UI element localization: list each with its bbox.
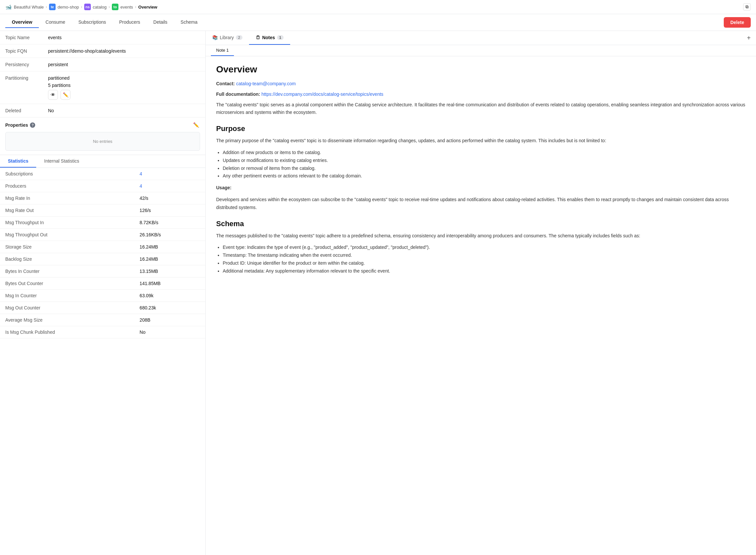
table-row: Msg In Counter63.09k: [0, 290, 205, 302]
overview-heading: Overview: [216, 64, 746, 75]
tab-consume[interactable]: Consume: [39, 17, 72, 28]
breadcrumb-ns[interactable]: ns catalog: [84, 4, 107, 10]
table-row: Msg Throughput Out26.16KB/s: [0, 229, 205, 241]
table-row: Is Msg Chunk PublishedNo: [0, 326, 205, 338]
partitioning-p2: 5 partitions: [48, 83, 200, 88]
purpose-heading: Purpose: [216, 124, 746, 133]
stat-value: 16.24MB: [134, 253, 205, 265]
stat-value: 8.72KB/s: [134, 217, 205, 229]
breadcrumb-te[interactable]: te demo-shop: [49, 4, 79, 10]
contact-line: Contact: catalog-team@company.com: [216, 80, 746, 88]
docs-url[interactable]: https://dev.company.com/docs/catalog-ser…: [262, 91, 384, 97]
stats-tabs: Statistics Internal Statistics: [0, 155, 205, 168]
breadcrumb-to-label: events: [121, 5, 133, 9]
table-row: Average Msg Size208B: [0, 314, 205, 326]
notes-tabs: 📚 Library 2 🗒 Notes 1 +: [205, 31, 756, 45]
usage-text: Developers and services within the ecosy…: [216, 196, 746, 212]
table-row-partitioning: Partitioning partitioned 5 partitions 👁 …: [0, 72, 205, 104]
usage-label: Usage:: [216, 184, 746, 192]
schema-text: The messages published to the "catalog e…: [216, 232, 746, 240]
breadcrumb-whale[interactable]: 🐋 Beautiful Whale: [5, 4, 44, 10]
list-item: Deletion or removal of items from the ca…: [223, 165, 746, 172]
copy-button[interactable]: ⧉: [743, 3, 751, 10]
tab-producers[interactable]: Producers: [112, 17, 147, 28]
breadcrumb-to[interactable]: to events: [112, 4, 133, 10]
notes-label: Notes: [262, 35, 275, 40]
stat-value: 42/s: [134, 192, 205, 204]
stat-label: Bytes In Counter: [0, 265, 134, 278]
table-row: Subscriptions4: [0, 168, 205, 180]
breadcrumb-sep-2: ›: [81, 5, 82, 9]
breadcrumb-current: Overview: [138, 5, 157, 9]
stat-value: 141.85MB: [134, 278, 205, 290]
properties-header: Properties ? ✏️: [5, 122, 200, 129]
tab-schema[interactable]: Schema: [174, 17, 204, 28]
stat-label: Msg Rate Out: [0, 204, 134, 217]
library-label: Library: [220, 35, 234, 40]
table-row: Backlog Size16.24MB: [0, 253, 205, 265]
delete-button[interactable]: Delete: [724, 17, 751, 28]
breadcrumb-sep-3: ›: [108, 5, 110, 9]
view-partitions-button[interactable]: 👁: [48, 90, 58, 100]
topic-name-label: Topic Name: [0, 31, 43, 44]
partitioning-cell: partitioned 5 partitions 👁 ✏️: [43, 72, 205, 104]
te-chip: te: [49, 4, 56, 10]
topic-fqn-label: Topic FQN: [0, 44, 43, 58]
note-1-tab[interactable]: Note 1: [211, 45, 234, 56]
table-row: Msg Rate Out126/s: [0, 204, 205, 217]
table-row: Msg Out Counter680.23k: [0, 302, 205, 314]
stat-value[interactable]: 4: [134, 180, 205, 192]
persistency-value: persistent: [43, 58, 205, 72]
docs-line: Full documentation: https://dev.company.…: [216, 90, 746, 98]
right-panel: 📚 Library 2 🗒 Notes 1 + Note 1 Overview …: [205, 31, 756, 555]
tab-overview[interactable]: Overview: [5, 17, 39, 28]
table-row-deleted: Deleted No: [0, 104, 205, 118]
ns-chip: ns: [84, 4, 91, 10]
stat-label: Msg In Counter: [0, 290, 134, 302]
stats-tab-internal[interactable]: Internal Statistics: [36, 155, 87, 168]
breadcrumb-sep-4: ›: [135, 5, 136, 9]
table-row: Bytes In Counter13.15MB: [0, 265, 205, 278]
edit-properties-button[interactable]: ✏️: [192, 122, 200, 129]
purpose-list: Addition of new products or items to the…: [216, 149, 746, 180]
stat-value: 26.16KB/s: [134, 229, 205, 241]
topic-name-value: events: [43, 31, 205, 44]
no-entries-box: No entries: [5, 132, 200, 151]
schema-heading: Schema: [216, 220, 746, 228]
stat-value: 680.23k: [134, 302, 205, 314]
properties-title: Properties ?: [5, 122, 35, 128]
tab-library[interactable]: 📚 Library 2: [205, 31, 249, 45]
library-icon: 📚: [212, 35, 218, 40]
notes-content: Overview Contact: catalog-team@company.c…: [205, 56, 756, 287]
library-count: 2: [236, 35, 242, 40]
main-tabs-row: Overview Consume Subscriptions Producers…: [0, 14, 756, 31]
stat-value: 126/s: [134, 204, 205, 217]
table-row-name: Topic Name events: [0, 31, 205, 44]
stats-tab-statistics[interactable]: Statistics: [0, 155, 36, 168]
whale-icon: 🐋: [5, 4, 12, 10]
main-layout: Topic Name events Topic FQN persistent:/…: [0, 31, 756, 555]
stat-value: 208B: [134, 314, 205, 326]
stat-label: Subscriptions: [0, 168, 134, 180]
contact-email[interactable]: catalog-team@company.com: [236, 81, 296, 86]
tab-details[interactable]: Details: [147, 17, 174, 28]
partitioning-label: Partitioning: [0, 72, 43, 104]
table-row: Bytes Out Counter141.85MB: [0, 278, 205, 290]
stat-value: 16.24MB: [134, 241, 205, 253]
help-icon[interactable]: ?: [30, 122, 35, 128]
tab-notes[interactable]: 🗒 Notes 1: [249, 31, 290, 45]
stats-table: Subscriptions4Producers4Msg Rate In42/sM…: [0, 168, 205, 338]
notes-icon: 🗒: [255, 35, 260, 40]
table-row: Producers4: [0, 180, 205, 192]
purpose-text: The primary purpose of the "catalog even…: [216, 137, 746, 145]
persistency-label: Persistency: [0, 58, 43, 72]
add-note-button[interactable]: +: [742, 31, 756, 45]
tab-subscriptions[interactable]: Subscriptions: [72, 17, 112, 28]
table-row: Storage Size16.24MB: [0, 241, 205, 253]
edit-partitions-button[interactable]: ✏️: [60, 90, 70, 100]
schema-list: Event type: Indicates the type of event …: [216, 244, 746, 275]
breadcrumb-sep-1: ›: [46, 5, 47, 9]
stat-label: Bytes Out Counter: [0, 278, 134, 290]
partition-icons: 👁 ✏️: [48, 90, 200, 100]
stat-value[interactable]: 4: [134, 168, 205, 180]
